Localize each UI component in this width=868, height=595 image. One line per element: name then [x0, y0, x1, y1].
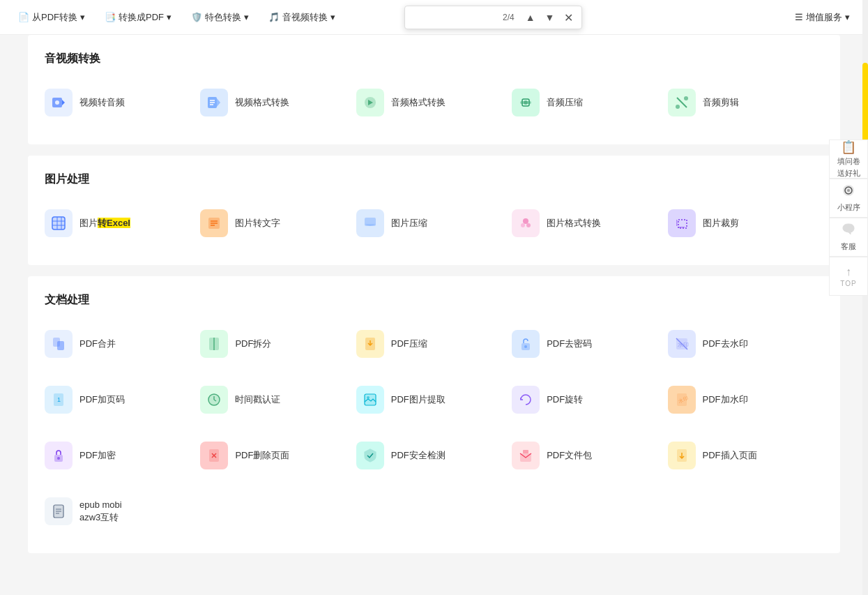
svg-point-3 [55, 100, 59, 105]
pdf-watermark-add-label: PDF加水印 [703, 393, 748, 406]
survey-line1: 填问卷 [837, 156, 860, 167]
from-pdf-icon: 📄 [18, 12, 29, 22]
svg-point-71 [847, 189, 850, 192]
tool-img-to-text[interactable]: 图片转文字 [200, 204, 356, 243]
svg-rect-32 [678, 227, 685, 228]
audio-clip-label: 音频剪辑 [703, 96, 739, 109]
img-crop-label: 图片裁剪 [703, 217, 739, 229]
main-content: 音视频转换 视频转音频 视频格式转换 音频格式转换 [0, 35, 868, 592]
survey-button[interactable]: 📋 填问卷 送好礼 [829, 140, 868, 179]
svg-point-27 [523, 218, 528, 224]
tool-epub-convert[interactable]: epub mobiazw3互转 [45, 492, 200, 531]
tool-audio-format[interactable]: 音频格式转换 [356, 83, 512, 122]
search-count: 2/4 [498, 13, 519, 22]
vip-arrow: ▾ [845, 12, 850, 22]
pdf-security-label: PDF安全检测 [391, 449, 446, 462]
doc-section-title: 文档处理 [45, 293, 823, 308]
pdf-merge-icon [45, 330, 73, 358]
media-icon: 🎵 [268, 12, 280, 22]
tool-pdf-insert[interactable]: PDF插入页面 [668, 436, 823, 475]
nav-to-pdf[interactable]: 📑 转换成PDF ▾ [95, 0, 181, 34]
top-label: TOP [840, 280, 856, 287]
tool-img-crop[interactable]: 图片裁剪 [668, 204, 823, 243]
vip-icon: ☰ [795, 12, 803, 22]
tool-pdf-merge[interactable]: PDF合并 [45, 324, 200, 363]
to-pdf-icon: 📑 [105, 12, 116, 22]
tool-pdf-rotate[interactable]: PDF旋转 [512, 380, 667, 419]
pdf-img-extract-label: PDF图片提取 [391, 393, 446, 406]
audio-format-icon [356, 89, 384, 116]
tool-pdf-img-extract[interactable]: PDF图片提取 [356, 380, 512, 419]
nav-special[interactable]: 🛡️ 特色转换 ▾ [181, 0, 259, 34]
svg-point-12 [524, 100, 528, 105]
epub-convert-label: epub mobiazw3互转 [79, 499, 122, 524]
video-format-icon [200, 89, 228, 116]
img-crop-icon [668, 209, 696, 237]
pdf-watermark-remove-icon: 水印 [668, 330, 696, 358]
pdf-package-label: PDF文件包 [547, 449, 592, 462]
audio-compress-label: 音频压缩 [547, 96, 583, 109]
right-sidebar: 📋 填问卷 送好礼 小程序 客服 ↑ TOP [829, 140, 868, 296]
service-button[interactable]: 客服 [829, 218, 868, 257]
tool-video-to-audio[interactable]: 视频转音频 [45, 83, 200, 122]
media-section-title: 音视频转换 [45, 52, 823, 66]
top-button[interactable]: ↑ TOP [829, 257, 868, 296]
img-compress-icon [356, 209, 384, 237]
miniapp-button[interactable]: 小程序 [829, 179, 868, 218]
tool-img-compress[interactable]: 图片压缩 [356, 204, 512, 243]
svg-text:1: 1 [57, 396, 61, 403]
pdf-rotate-icon [512, 386, 540, 414]
tool-img-to-excel[interactable]: 图片转Excel [45, 204, 200, 243]
nav-from-pdf[interactable]: 📄 从PDF转换 ▾ [8, 0, 95, 34]
tool-img-format[interactable]: 图片格式转换 [512, 204, 667, 243]
search-close-button[interactable]: ✕ [561, 10, 576, 26]
image-tool-grid: 图片转Excel 图片转文字 图片压缩 图片格式转换 [45, 204, 823, 243]
pdf-compress-label: PDF压缩 [391, 338, 427, 350]
nav-vip-services[interactable]: ☰ 增值服务 ▾ [785, 0, 860, 34]
tool-pdf-page-num[interactable]: 1 PDF加页码 [45, 380, 200, 419]
pdf-rotate-label: PDF旋转 [547, 393, 583, 406]
service-icon [842, 223, 855, 240]
top-arrow-icon: ↑ [846, 266, 851, 278]
tool-pdf-package[interactable]: PDF文件包 [512, 436, 667, 475]
pdf-img-extract-icon [356, 386, 384, 414]
tool-timestamp[interactable]: 时间戳认证 [200, 380, 356, 419]
img-format-icon [512, 209, 540, 237]
survey-line2: 送好礼 [837, 168, 860, 179]
svg-point-15 [684, 96, 688, 100]
pdf-package-icon [512, 442, 540, 469]
pdf-security-icon [356, 442, 384, 469]
svg-point-29 [526, 223, 531, 227]
tool-pdf-delete-page[interactable]: PDF删除页面 [200, 436, 356, 475]
video-to-audio-icon [45, 89, 73, 116]
svg-point-56 [57, 457, 60, 460]
tool-pdf-split[interactable]: PDF拆分 [200, 324, 356, 363]
tool-pdf-watermark-remove[interactable]: 水印 PDF去水印 [668, 324, 823, 363]
img-to-excel-label: 图片转Excel [79, 217, 130, 229]
pdf-encrypt-label: PDF加密 [79, 449, 116, 462]
pdf-encrypt-icon [45, 442, 73, 469]
search-input[interactable]: 转Excel [411, 13, 494, 23]
search-next-button[interactable]: ▼ [542, 10, 558, 24]
video-to-audio-label: 视频转音频 [79, 96, 125, 109]
tool-pdf-unlock[interactable]: PDF去密码 [512, 324, 667, 363]
search-prev-button[interactable]: ▲ [523, 10, 538, 24]
img-compress-label: 图片压缩 [391, 217, 427, 229]
nav-media[interactable]: 🎵 音视频转换 ▾ [259, 0, 345, 34]
tool-pdf-encrypt[interactable]: PDF加密 [45, 436, 200, 475]
doc-section: 文档处理 PDF合并 PDF拆分 PDF压缩 [28, 276, 840, 553]
pdf-watermark-remove-label: PDF去水印 [703, 338, 748, 350]
tool-pdf-watermark-add[interactable]: 水印 PDF加水印 [668, 380, 823, 419]
tool-audio-compress[interactable]: 音频压缩 [512, 83, 667, 122]
media-tool-grid: 视频转音频 视频格式转换 音频格式转换 音频压缩 [45, 83, 823, 122]
svg-marker-5 [217, 98, 220, 107]
tool-video-format[interactable]: 视频格式转换 [200, 83, 356, 122]
pdf-unlock-icon [512, 330, 540, 358]
excel-highlight: 转Excel [98, 218, 130, 228]
img-to-excel-icon [45, 209, 73, 237]
audio-clip-icon [668, 89, 696, 116]
tool-pdf-compress[interactable]: PDF压缩 [356, 324, 512, 363]
img-to-text-label: 图片转文字 [235, 217, 280, 229]
tool-audio-clip[interactable]: 音频剪辑 [668, 83, 823, 122]
tool-pdf-security[interactable]: PDF安全检测 [356, 436, 512, 475]
